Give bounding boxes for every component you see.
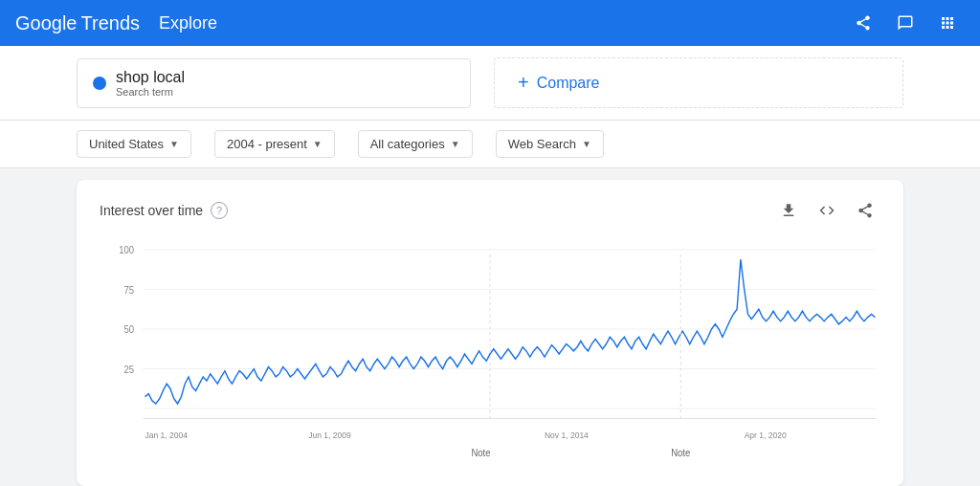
- search-term-box[interactable]: shop local Search term: [77, 58, 471, 108]
- svg-text:100: 100: [119, 245, 134, 255]
- help-icon[interactable]: ?: [211, 202, 228, 219]
- google-trends-logo: Google Trends: [15, 12, 140, 34]
- apps-button[interactable]: [930, 6, 965, 40]
- svg-text:Note: Note: [671, 448, 690, 458]
- svg-text:50: 50: [124, 324, 135, 335]
- category-chevron-icon: ▼: [451, 139, 460, 149]
- svg-text:Note: Note: [472, 448, 491, 458]
- chart-card: Interest over time ?: [77, 180, 903, 486]
- search-type-label: Web Search: [508, 137, 576, 151]
- download-button[interactable]: [773, 195, 804, 226]
- chart-header: Interest over time ?: [100, 195, 880, 226]
- compare-box[interactable]: + Compare: [494, 57, 903, 108]
- header-left: Google Trends Explore: [15, 12, 217, 34]
- region-filter[interactable]: United States ▼: [77, 130, 191, 158]
- search-dot: [93, 77, 106, 90]
- svg-text:75: 75: [124, 284, 135, 295]
- app-header: Google Trends Explore: [0, 0, 980, 46]
- share-chart-button[interactable]: [850, 195, 880, 226]
- svg-text:Jan 1, 2004: Jan 1, 2004: [145, 431, 188, 440]
- compare-plus-icon: +: [518, 72, 529, 94]
- category-filter[interactable]: All categories ▼: [358, 130, 473, 158]
- search-type-chevron-icon: ▼: [582, 139, 591, 149]
- trend-chart-container: 100 75 50 25 Jan 1, 2004 Jun 1, 2009 Nov…: [100, 230, 880, 478]
- header-right: [846, 6, 965, 40]
- svg-text:Jun 1, 2009: Jun 1, 2009: [308, 431, 351, 440]
- main-content: Interest over time ?: [0, 168, 980, 486]
- region-label: United States: [89, 137, 164, 151]
- logo-google-text: Google: [15, 12, 78, 34]
- svg-text:Apr 1, 2020: Apr 1, 2020: [745, 431, 787, 440]
- compare-label: Compare: [537, 75, 600, 92]
- search-area: shop local Search term + Compare: [0, 46, 980, 121]
- chart-actions: [773, 195, 880, 226]
- embed-button[interactable]: [812, 195, 842, 226]
- feedback-button[interactable]: [888, 6, 923, 40]
- svg-text:25: 25: [124, 364, 135, 374]
- filter-bar: United States ▼ 2004 - present ▼ All cat…: [0, 121, 980, 168]
- chart-title: Interest over time: [100, 203, 203, 218]
- explore-label[interactable]: Explore: [159, 13, 217, 33]
- time-label: 2004 - present: [227, 137, 307, 151]
- search-term-main: shop local: [116, 69, 185, 86]
- share-button[interactable]: [846, 6, 880, 40]
- svg-text:Nov 1, 2014: Nov 1, 2014: [545, 431, 589, 440]
- time-filter[interactable]: 2004 - present ▼: [214, 130, 335, 158]
- search-term-sub: Search term: [116, 86, 185, 98]
- trend-chart-svg: 100 75 50 25 Jan 1, 2004 Jun 1, 2009 Nov…: [100, 230, 880, 478]
- region-chevron-icon: ▼: [169, 139, 179, 149]
- chart-title-area: Interest over time ?: [100, 202, 228, 219]
- logo-trends-text: Trends: [81, 12, 141, 34]
- search-type-filter[interactable]: Web Search ▼: [496, 130, 604, 158]
- search-term-text-wrap: shop local Search term: [116, 69, 185, 98]
- time-chevron-icon: ▼: [313, 139, 323, 149]
- category-label: All categories: [370, 137, 445, 151]
